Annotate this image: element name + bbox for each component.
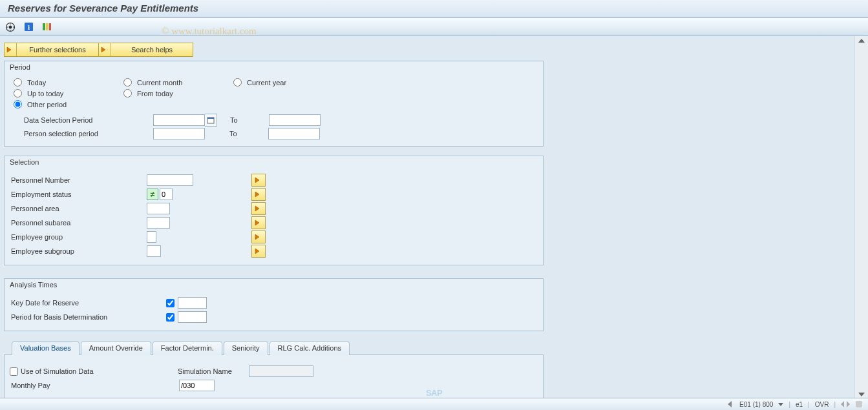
period-today-label: Today [27,79,46,87]
chevron-down-icon[interactable] [778,403,783,406]
svg-rect-10 [49,23,51,30]
scroll-up-icon[interactable] [858,39,865,43]
selection-row-input[interactable] [147,203,170,214]
not-equal-icon[interactable]: ≠ [147,189,158,200]
period-today-radio[interactable]: Today [14,78,117,87]
calendar-icon[interactable] [205,114,217,127]
status-system: E01 (1) 800 [739,401,773,408]
tabstrip: Valuation BasesAmount OverrideFactor Det… [4,340,551,354]
selection-row: Employment status≠ [10,187,538,201]
selection-row: Personnel area [10,201,538,216]
selection-groupbox: Selection Personnel NumberEmployment sta… [4,156,544,265]
svg-marker-20 [255,249,259,254]
period-up-to-today-radio[interactable]: Up to today [14,89,117,97]
multiple-selection-button[interactable] [251,174,266,187]
data-selection-to-label: To [217,116,269,124]
selection-row-input[interactable] [147,174,193,186]
svg-text:i: i [27,23,29,31]
search-helps-button[interactable]: Search helps [99,43,193,57]
key-date-input[interactable] [178,297,207,309]
period-from-today-radio[interactable]: From today [123,89,227,97]
svg-marker-23 [847,401,850,407]
svg-marker-18 [255,220,259,225]
scroll-down-icon[interactable] [858,393,865,396]
vertical-scrollbar[interactable] [855,36,868,399]
svg-rect-24 [856,401,862,407]
app-toolbar: i [0,18,868,36]
execute-icon[interactable] [5,22,16,32]
selection-row-input[interactable] [147,245,161,257]
selection-row-input[interactable] [147,217,170,229]
selection-row: Personnel subarea [10,216,538,230]
selection-row-input[interactable] [160,189,173,200]
period-current-year-label: Current year [247,79,286,87]
svg-rect-8 [43,23,45,30]
multiple-selection-button[interactable] [251,245,266,258]
period-title: Period [5,61,543,74]
multiple-selection-button[interactable] [251,202,266,215]
status-nav-icon[interactable] [841,401,850,407]
svg-marker-17 [255,206,259,211]
main-area: Further selections Search helps Period T… [0,36,868,399]
period-basis-label: Period for Basis Determination [10,313,166,321]
period-current-month-label: Current month [137,79,182,87]
window-title: Reserves for Severance Pay Entitlements [0,0,868,18]
tab-factor-determin[interactable]: Factor Determin. [153,341,222,355]
period-from-today-label: From today [137,90,173,97]
analysis-groupbox: Analysis Times Key Date for Reserve Peri… [4,278,544,331]
period-basis-checkbox[interactable] [166,313,175,322]
multiple-selection-button[interactable] [251,188,266,201]
action-bar: Further selections Search helps [4,43,851,57]
tab-valuation-bases[interactable]: Valuation Bases [12,341,79,355]
use-sim-checkbox[interactable]: Use of Simulation Data [10,367,178,376]
svg-marker-11 [7,47,11,52]
period-basis-input[interactable] [178,311,207,323]
svg-marker-12 [101,47,105,52]
status-mode: OVR [815,401,829,408]
person-selection-period-label: Person selection period [24,130,153,138]
period-current-month-radio[interactable]: Current month [123,78,227,87]
sim-name-input [249,365,313,377]
monthly-pay-input[interactable] [179,380,215,391]
period-groupbox: Period Today Up to today Other period [4,61,544,147]
period-other-radio[interactable]: Other period [14,100,117,108]
key-date-label: Key Date for Reserve [10,299,166,307]
content-column: Further selections Search helps Period T… [0,36,855,399]
data-selection-to-input[interactable] [269,114,321,126]
variant-icon[interactable] [41,22,52,32]
selection-row-label: Employee subgroup [10,247,147,255]
svg-marker-15 [255,178,259,183]
selection-body: Personnel NumberEmployment status≠Person… [5,169,543,265]
selection-row-label: Personnel Number [10,176,147,184]
period-other-label: Other period [27,101,67,108]
person-selection-to-label: To [217,130,268,138]
selection-row-label: Employee group [10,233,147,241]
selection-row-label: Employment status [10,190,147,198]
tab-seniority[interactable]: Seniority [224,341,268,355]
period-up-to-today-label: Up to today [27,90,63,97]
multiple-selection-button[interactable] [251,216,266,229]
selection-row-label: Personnel area [10,205,147,212]
sim-name-label: Simulation Name [178,367,249,375]
selection-title: Selection [5,156,543,169]
info-icon[interactable]: i [23,22,34,32]
status-info-icon[interactable] [855,400,863,408]
person-selection-from-input[interactable] [153,128,205,139]
data-selection-period-label: Data Selection Period [24,116,153,124]
further-selections-label: Further selections [17,46,98,54]
further-selections-button[interactable]: Further selections [4,43,99,57]
period-current-year-radio[interactable]: Current year [233,78,337,87]
selection-row: Employee group [10,230,538,244]
monthly-pay-label: Monthly Pay [10,382,179,389]
data-selection-from-input[interactable] [153,114,205,126]
key-date-checkbox[interactable] [166,299,175,307]
person-selection-to-input[interactable] [268,128,320,139]
tab-rlg-calc-additions[interactable]: RLG Calc. Additions [270,341,350,355]
multiple-selection-button[interactable] [251,231,266,243]
tab-amount-override[interactable]: Amount Override [81,341,151,355]
svg-point-1 [9,25,12,28]
arrow-right-icon [5,43,17,56]
selection-row-input[interactable] [147,231,156,243]
analysis-title: Analysis Times [5,279,543,292]
window-title-text: Reserves for Severance Pay Entitlements [8,3,198,14]
